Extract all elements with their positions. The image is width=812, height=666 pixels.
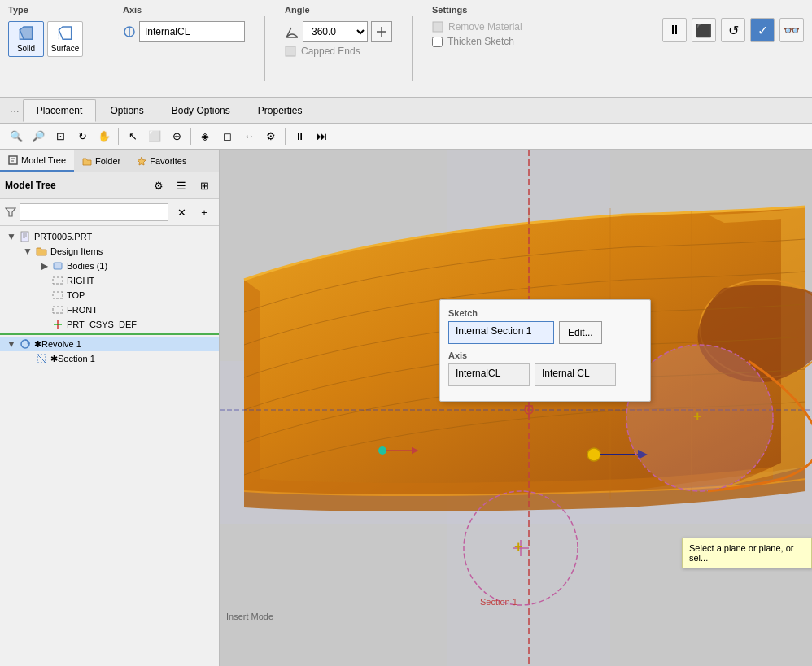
tab-properties[interactable]: Properties: [244, 99, 317, 122]
angle-extra-btn[interactable]: [371, 21, 392, 42]
next-btn[interactable]: ⏭: [312, 127, 331, 146]
icon-toolbar: 🔍 🔎 ⊡ ↻ ✋ ↖ ⬜ ⊕ ◈ ◻ ↔ ⚙ ⏸ ⏭: [0, 124, 812, 150]
wireframe-btn[interactable]: ◻: [217, 127, 237, 146]
dims-btn[interactable]: ↔: [239, 127, 259, 146]
settings-section: Settings Remove Material Thicken Sketch: [432, 5, 522, 47]
tooltip-box: Select a plane or plane, or sel...: [682, 538, 812, 568]
svg-text:+: +: [693, 408, 702, 424]
sketch-value-field[interactable]: Internal Section 1: [448, 321, 554, 344]
svg-marker-27: [27, 342, 29, 345]
right-toolbar-icons: ⏸ ⬛ ↺ ✓ 👓: [662, 18, 804, 42]
expand-bodies[interactable]: ▶: [39, 260, 49, 272]
tab-body-options[interactable]: Body Options: [158, 99, 244, 122]
tree-item-revolve1[interactable]: ▼ ✱Revolve 1: [0, 337, 219, 351]
tree-item-prt0005[interactable]: ▼ PRT0005.PRT: [0, 229, 219, 244]
angle-select[interactable]: 360.0: [303, 21, 368, 42]
filter-btn[interactable]: ⊕: [167, 127, 186, 146]
expand-revolve1[interactable]: ▼: [7, 338, 16, 350]
svg-marker-14: [138, 157, 146, 165]
tab-options[interactable]: Options: [96, 99, 157, 122]
confirm-button[interactable]: ✓: [750, 18, 775, 42]
zoom-in-btn[interactable]: 🔍: [7, 127, 26, 146]
expand-prt0005[interactable]: ▼: [7, 231, 16, 242]
csys-label: PRT_CSYS_DEF: [67, 320, 137, 329]
divider-2: [264, 16, 265, 81]
svg-line-29: [37, 355, 46, 363]
tree-item-section1[interactable]: ▶ ✱Section 1: [0, 351, 219, 366]
pan-btn[interactable]: ✋: [94, 127, 114, 146]
select-btn[interactable]: ↖: [123, 127, 142, 146]
box-select-btn[interactable]: ⬜: [145, 127, 164, 146]
tree-item-top[interactable]: ▶ TOP: [0, 288, 219, 303]
sketch-field-row: Internal Section 1 Edit...: [448, 321, 642, 344]
revolve-placement-panel: Sketch Internal Section 1 Edit... Axis I…: [439, 299, 651, 402]
search-clear-btn[interactable]: ✕: [172, 202, 191, 222]
stop-button[interactable]: ⬛: [692, 18, 716, 42]
filter-icon: [5, 207, 16, 218]
tree-layout-btn[interactable]: ⊞: [194, 176, 214, 195]
left-tab-favorites[interactable]: Favorites: [129, 150, 194, 172]
shading-btn[interactable]: ◈: [195, 127, 215, 146]
thicken-sketch-checkbox[interactable]: [432, 37, 443, 47]
axis-value-field[interactable]: [139, 21, 245, 42]
left-panel-tabs: Model Tree Folder Favorites: [0, 150, 219, 172]
front-label: FRONT: [67, 305, 98, 315]
surface-label: Surface: [51, 44, 79, 53]
type-section: Type Solid Surface: [8, 5, 83, 57]
pause2-btn[interactable]: ⏸: [290, 127, 309, 146]
internal-cl-display: Internal CL: [535, 363, 616, 386]
edit-button[interactable]: Edit...: [559, 321, 602, 344]
favorites-tab-label: Favorites: [150, 156, 186, 166]
tree-item-design-items[interactable]: ▼ Design Items: [0, 244, 219, 259]
svg-line-3: [59, 27, 63, 30]
plane-icon-front: [52, 304, 63, 316]
tree-settings-btn[interactable]: ⚙: [149, 176, 168, 195]
pause-button[interactable]: ⏸: [662, 18, 687, 42]
tree-search-input[interactable]: [20, 203, 168, 221]
green-separator: [0, 333, 219, 335]
svg-point-43: [587, 448, 600, 461]
rotate-btn[interactable]: ↻: [72, 127, 92, 146]
undo-button[interactable]: ↺: [721, 18, 745, 42]
design-items-label: Design Items: [50, 246, 103, 256]
svg-point-41: [378, 446, 386, 455]
model-tree-tab-label: Model Tree: [21, 155, 66, 165]
tree-item-right[interactable]: ▶ RIGHT: [0, 273, 219, 288]
solid-button[interactable]: Solid: [8, 21, 44, 57]
left-tab-model-tree[interactable]: Model Tree: [0, 150, 74, 172]
plane-icon-top: [52, 289, 63, 301]
analysis-btn[interactable]: ⚙: [261, 127, 281, 146]
revolve-icon: [20, 338, 31, 350]
icon-sep-3: [285, 128, 286, 145]
tree-item-front[interactable]: ▶ FRONT: [0, 303, 219, 317]
icon-sep-2: [190, 128, 191, 145]
svg-rect-23: [53, 307, 63, 313]
tree-content: ▼ PRT0005.PRT ▼ Design Items ▶ Bodies (1…: [0, 226, 219, 666]
svg-rect-22: [53, 292, 63, 298]
prt0005-label: PRT0005.PRT: [34, 232, 92, 242]
left-tab-folder[interactable]: Folder: [74, 150, 129, 172]
axis-value-display[interactable]: InternalCL: [448, 363, 530, 386]
top-toolbar: Type Solid Surface Axis Angle 360.0: [0, 0, 812, 98]
settings-label: Settings: [432, 5, 522, 15]
surface-button[interactable]: Surface: [47, 21, 83, 57]
viewport: + + Section 1 Insert Mode Sketch Interna…: [220, 150, 812, 666]
svg-rect-10: [433, 22, 443, 32]
zoom-out-btn[interactable]: 🔎: [28, 127, 48, 146]
tree-columns-btn[interactable]: ☰: [172, 176, 191, 195]
left-panel-toolbar: Model Tree ⚙ ☰ ⊞: [0, 172, 219, 199]
fit-btn[interactable]: ⊡: [50, 127, 70, 146]
svg-marker-15: [6, 208, 15, 216]
tree-item-bodies[interactable]: ▶ Bodies (1): [0, 259, 219, 273]
top-label: TOP: [67, 290, 85, 300]
view-button[interactable]: 👓: [779, 18, 804, 42]
tab-placement[interactable]: Placement: [23, 99, 97, 122]
svg-text:+: +: [514, 538, 523, 555]
section1-label: ✱Section 1: [50, 354, 95, 364]
search-add-btn[interactable]: +: [194, 202, 214, 222]
axis-section: Axis: [123, 5, 245, 42]
expand-design-items[interactable]: ▼: [23, 246, 33, 257]
svg-text:Section 1: Section 1: [480, 597, 517, 607]
tabs-toolbar: ··· Placement Options Body Options Prope…: [0, 98, 812, 124]
tree-item-csys[interactable]: ▶ PRT_CSYS_DEF: [0, 317, 219, 332]
